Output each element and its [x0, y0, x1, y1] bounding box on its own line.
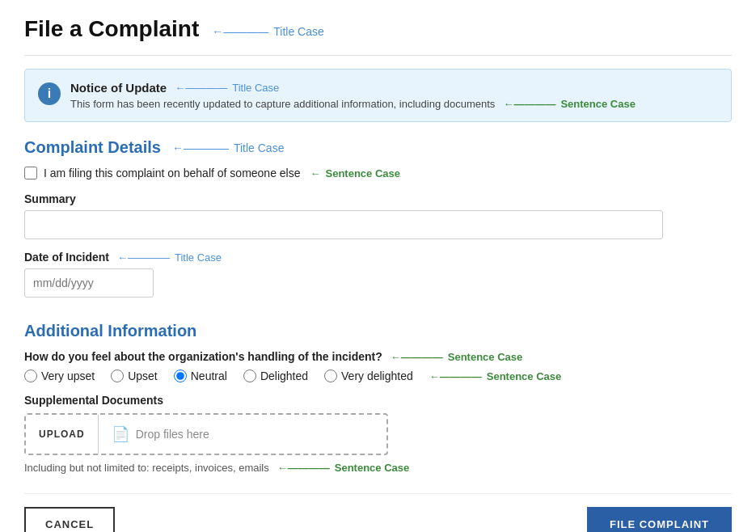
page-title-annotation: ←———— Title Case: [212, 25, 324, 38]
upload-area: UPLOAD 📄 Drop files here: [24, 413, 388, 455]
file-complaint-button[interactable]: FILE COMPLAINT: [587, 507, 732, 532]
arrow-icon: ←————: [503, 98, 555, 110]
sentiment-radio-group: Very upset Upset Neutral Delighted Very …: [24, 369, 732, 382]
hint-text: Including but not limited to: receipts, …: [24, 462, 732, 474]
arrow-icon: ←————: [172, 141, 229, 154]
cancel-button[interactable]: CANCEL: [24, 507, 115, 532]
complaint-details-section: Complaint Details ←———— Title Case I am …: [24, 138, 732, 314]
notice-title: Notice of Update ←———— Title Case: [70, 81, 718, 95]
behalf-checkbox-row: I am filing this complaint on behalf of …: [24, 167, 732, 179]
checkbox-annotation: ← Sentence Case: [310, 167, 401, 179]
radio-very-delighted-label: Very delighted: [341, 369, 413, 382]
radio-delighted: Delighted: [243, 369, 308, 382]
radio-very-delighted: Very delighted: [324, 369, 413, 382]
info-icon: i: [38, 82, 61, 105]
question-annotation: ←———— Sentence Case: [391, 351, 523, 363]
notice-title-annotation: ←———— Title Case: [175, 82, 279, 94]
drop-zone[interactable]: 📄 Drop files here: [99, 425, 222, 443]
notice-content: Notice of Update ←———— Title Case This f…: [70, 81, 718, 110]
behalf-checkbox[interactable]: [24, 167, 37, 179]
arrow-icon: ←————: [277, 462, 330, 474]
summary-input[interactable]: [24, 210, 663, 239]
divider: [24, 55, 732, 56]
additional-info-title: Additional Information: [24, 322, 732, 340]
notice-box: i Notice of Update ←———— Title Case This…: [24, 69, 732, 122]
arrow-icon: ←: [310, 167, 321, 179]
arrow-icon: ←————: [175, 82, 227, 94]
upload-button[interactable]: UPLOAD: [26, 415, 99, 454]
summary-label: Summary: [24, 192, 732, 205]
notice-body: This form has been recently updated to c…: [70, 98, 718, 110]
question-label: How do you feel about the organization's…: [24, 350, 732, 363]
date-input[interactable]: [24, 268, 154, 298]
radio-very-upset: Very upset: [24, 369, 95, 382]
supplemental-label: Supplemental Documents: [24, 394, 732, 407]
section-title-annotation: ←———— Title Case: [172, 141, 285, 154]
radio-very-upset-input[interactable]: [24, 369, 37, 382]
page-title-text: File a Complaint: [24, 16, 199, 42]
radio-neutral: Neutral: [174, 369, 227, 382]
radio-very-upset-label: Very upset: [41, 369, 95, 382]
radio-very-delighted-input[interactable]: [324, 369, 337, 382]
document-icon: 📄: [112, 425, 129, 443]
date-annotation: ←———— Title Case: [117, 251, 222, 264]
radio-delighted-label: Delighted: [260, 369, 308, 382]
drop-text: Drop files here: [136, 428, 209, 441]
arrow-icon: ←————: [212, 25, 268, 38]
radio-upset-input[interactable]: [111, 369, 124, 382]
radio-neutral-input[interactable]: [174, 369, 187, 382]
arrow-icon: ←————: [429, 370, 482, 382]
radio-upset: Upset: [111, 369, 158, 382]
page-title-row: File a Complaint ←———— Title Case: [24, 16, 732, 47]
hint-annotation: ←———— Sentence Case: [277, 462, 410, 474]
radio-neutral-label: Neutral: [191, 369, 227, 382]
page-title: File a Complaint: [24, 16, 199, 42]
additional-info-section: Additional Information How do you feel a…: [24, 322, 732, 474]
radio-delighted-input[interactable]: [243, 369, 256, 382]
notice-body-annotation: ←———— Sentence Case: [503, 98, 636, 110]
radio-upset-label: Upset: [128, 369, 158, 382]
radio-annotation: ←———— Sentence Case: [429, 370, 562, 382]
arrow-icon: ←————: [391, 351, 443, 363]
date-label: Date of Incident ←———— Title Case: [24, 251, 732, 264]
footer-actions: CANCEL FILE COMPLAINT: [24, 493, 732, 532]
complaint-details-title: Complaint Details ←———— Title Case: [24, 138, 732, 157]
behalf-label: I am filing this complaint on behalf of …: [44, 167, 301, 179]
arrow-icon: ←————: [117, 251, 170, 264]
